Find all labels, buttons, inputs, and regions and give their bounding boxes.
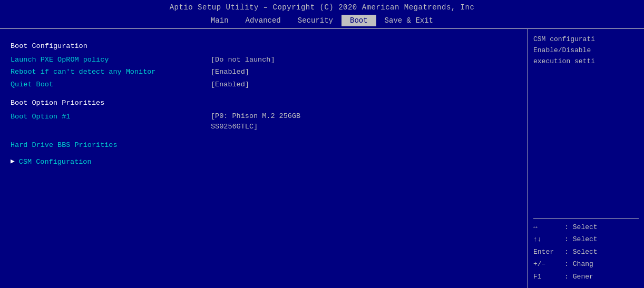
csm-configuration-item[interactable]: ▶ CSM Configuration: [11, 156, 517, 168]
launch-pxe-value: [Do not launch]: [211, 54, 275, 66]
key-f1: F1: [533, 271, 562, 283]
quiet-boot-row: Quiet Boot [Enabled]: [11, 79, 517, 91]
menu-item-main[interactable]: Main: [202, 15, 237, 26]
key-row-select-screen: ↔ : Select: [533, 221, 639, 233]
key-legend: ↔ : Select ↑↓ : Select Enter : Select +/…: [533, 216, 639, 283]
key-lr-desc: Select: [573, 221, 598, 233]
key-row-f1: F1 : Gener: [533, 271, 639, 283]
key-row-plusminus: +/– : Chang: [533, 258, 639, 270]
boot-option-1-label[interactable]: Boot Option #1: [11, 111, 211, 133]
key-row-select-item: ↑↓ : Select: [533, 233, 639, 245]
csm-configuration-label: CSM Configuration: [19, 156, 92, 168]
menu-item-advanced[interactable]: Advanced: [237, 15, 289, 26]
key-enter-desc: Select: [573, 246, 598, 258]
launch-pxe-label[interactable]: Launch PXE OpROM policy: [11, 54, 211, 66]
key-plusminus: +/–: [533, 258, 562, 270]
menu-item-boot[interactable]: Boot: [341, 15, 376, 26]
help-line-2: Enable/Disable: [533, 45, 639, 56]
help-line-1: CSM configurati: [533, 34, 639, 45]
reboot-monitor-value: [Enabled]: [211, 66, 249, 78]
reboot-monitor-row: Reboot if can't detect any Monitor [Enab…: [11, 66, 517, 78]
launch-pxe-row: Launch PXE OpROM policy [Do not launch]: [11, 54, 517, 66]
reboot-monitor-label[interactable]: Reboot if can't detect any Monitor: [11, 66, 211, 78]
quiet-boot-value: [Enabled]: [211, 79, 249, 91]
legend-divider: [533, 219, 639, 219]
help-text: CSM configurati Enable/Disable execution…: [533, 34, 639, 67]
boot-priorities-section: Boot Option Priorities Boot Option #1 [P…: [11, 97, 517, 132]
key-lr-arrows: ↔: [533, 221, 562, 233]
right-panel: CSM configurati Enable/Disable execution…: [528, 29, 644, 288]
key-row-enter: Enter : Select: [533, 246, 639, 258]
menu-item-security[interactable]: Security: [289, 15, 341, 26]
main-panel: Boot Configuration Launch PXE OpROM poli…: [0, 29, 528, 288]
key-ud-desc: Select: [573, 233, 598, 245]
title-bar: Aptio Setup Utility – Copyright (C) 2020…: [0, 0, 644, 14]
boot-option-1-row: Boot Option #1 [P0: Phison M.2 256GB SS0…: [11, 111, 517, 133]
boot-config-header: Boot Configuration: [11, 41, 517, 52]
quiet-boot-label[interactable]: Quiet Boot: [11, 79, 211, 91]
key-ud-arrows: ↑↓: [533, 233, 562, 245]
title-text: Aptio Setup Utility – Copyright (C) 2020…: [170, 3, 475, 12]
help-line-3: execution setti: [533, 56, 639, 67]
menu-item-save-exit[interactable]: Save & Exit: [376, 15, 442, 26]
hard-drive-bbs-link[interactable]: Hard Drive BBS Priorities: [11, 140, 517, 151]
key-enter: Enter: [533, 246, 562, 258]
csm-arrow-icon: ▶: [11, 156, 15, 167]
key-plusminus-desc: Chang: [573, 258, 593, 270]
bios-setup-utility: Aptio Setup Utility – Copyright (C) 2020…: [0, 0, 644, 288]
boot-priorities-header: Boot Option Priorities: [11, 97, 517, 109]
menu-bar: Main Advanced Security Boot Save & Exit: [0, 14, 644, 28]
key-f1-desc: Gener: [573, 271, 593, 283]
content-area: Boot Configuration Launch PXE OpROM poli…: [0, 28, 644, 288]
boot-option-1-value: [P0: Phison M.2 256GB SS0256GTLC]: [211, 111, 300, 133]
